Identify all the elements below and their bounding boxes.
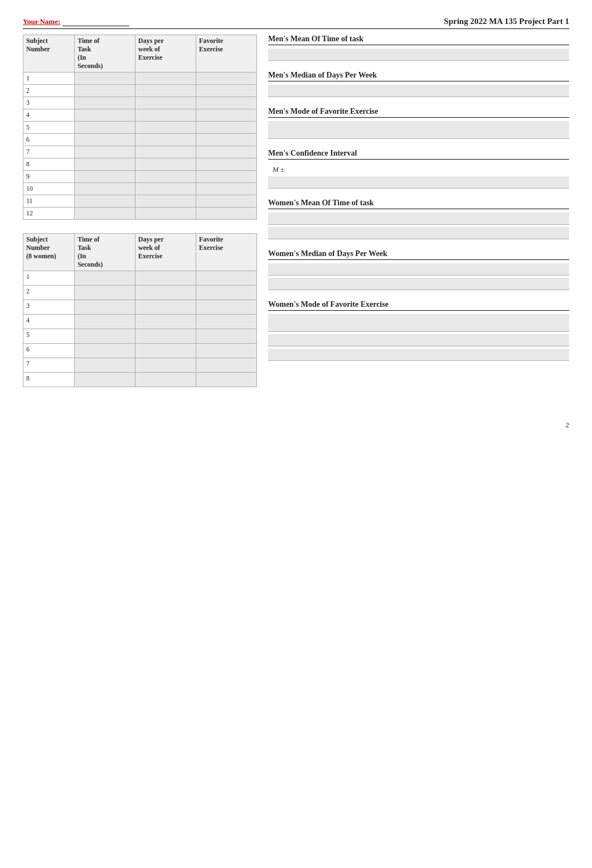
women-subject-number[interactable]: 3 (23, 300, 75, 315)
men-data-cell[interactable] (196, 109, 257, 122)
women-table-row: 4 (23, 315, 257, 329)
men-data-cell[interactable] (135, 134, 196, 146)
women-subject-number[interactable]: 2 (23, 286, 75, 300)
women-data-cell[interactable] (75, 315, 135, 329)
men-subject-number[interactable]: 1 (23, 73, 75, 85)
women-data-cell[interactable] (135, 300, 196, 315)
women-data-cell[interactable] (75, 271, 135, 286)
women-data-cell[interactable] (196, 329, 257, 344)
men-data-cell[interactable] (135, 208, 196, 220)
men-subject-number[interactable]: 11 (23, 195, 75, 208)
men-data-cell[interactable] (75, 183, 135, 195)
women-data-cell[interactable] (196, 315, 257, 329)
men-subject-number[interactable]: 3 (23, 97, 75, 109)
women-mean-answer[interactable] (268, 213, 569, 225)
men-data-cell[interactable] (75, 97, 135, 109)
women-data-cell[interactable] (135, 344, 196, 358)
women-mode-answer3[interactable] (268, 349, 569, 361)
women-data-cell[interactable] (75, 373, 135, 387)
men-table-row: 8 (23, 158, 257, 171)
men-data-cell[interactable] (75, 85, 135, 97)
men-data-cell[interactable] (135, 85, 196, 97)
men-data-cell[interactable] (135, 171, 196, 183)
men-subject-number[interactable]: 8 (23, 158, 75, 171)
women-data-cell[interactable] (75, 286, 135, 300)
men-data-cell[interactable] (196, 195, 257, 208)
men-data-cell[interactable] (135, 73, 196, 85)
men-data-cell[interactable] (196, 122, 257, 134)
men-data-cell[interactable] (135, 195, 196, 208)
women-median-answer[interactable] (268, 263, 569, 276)
women-data-cell[interactable] (135, 286, 196, 300)
men-data-cell[interactable] (75, 109, 135, 122)
men-data-cell[interactable] (196, 146, 257, 158)
men-subject-number[interactable]: 4 (23, 109, 75, 122)
women-mean-answer2[interactable] (268, 227, 569, 239)
women-data-cell[interactable] (135, 271, 196, 286)
men-data-cell[interactable] (75, 146, 135, 158)
men-ci-answer[interactable] (268, 176, 569, 189)
women-subject-number[interactable]: 7 (23, 358, 75, 373)
men-data-cell[interactable] (196, 97, 257, 109)
men-subject-number[interactable]: 7 (23, 146, 75, 158)
women-subject-number[interactable]: 6 (23, 344, 75, 358)
women-subject-number[interactable]: 8 (23, 373, 75, 387)
men-subject-number[interactable]: 2 (23, 85, 75, 97)
women-data-cell[interactable] (75, 300, 135, 315)
men-subject-number[interactable]: 9 (23, 171, 75, 183)
men-data-cell[interactable] (196, 208, 257, 220)
women-median-answer2[interactable] (268, 278, 569, 290)
men-data-cell[interactable] (75, 171, 135, 183)
women-data-cell[interactable] (75, 329, 135, 344)
men-mean-answer[interactable] (268, 49, 569, 61)
men-data-cell[interactable] (135, 183, 196, 195)
men-data-cell[interactable] (75, 208, 135, 220)
women-subject-number[interactable]: 4 (23, 315, 75, 329)
men-data-cell[interactable] (135, 109, 196, 122)
men-data-cell[interactable] (196, 171, 257, 183)
men-data-cell[interactable] (75, 122, 135, 134)
men-median-answer[interactable] (268, 85, 569, 97)
women-data-cell[interactable] (196, 358, 257, 373)
women-subject-number[interactable]: 5 (23, 329, 75, 344)
women-mean-title: Women's Mean Of Time of task (268, 199, 569, 209)
women-data-cell[interactable] (75, 344, 135, 358)
women-mode-answer[interactable] (268, 314, 569, 332)
men-data-cell[interactable] (135, 158, 196, 171)
men-data-cell[interactable] (135, 97, 196, 109)
women-data-cell[interactable] (135, 358, 196, 373)
men-data-cell[interactable] (196, 183, 257, 195)
women-data-cell[interactable] (196, 300, 257, 315)
women-subject-number[interactable]: 1 (23, 271, 75, 286)
name-input-line[interactable] (62, 18, 129, 26)
page-number: 2 (23, 421, 569, 430)
women-data-cell[interactable] (196, 344, 257, 358)
men-data-cell[interactable] (196, 73, 257, 85)
men-data-cell[interactable] (196, 85, 257, 97)
men-data-cell[interactable] (75, 195, 135, 208)
men-mode-section: Men's Mode of Favorite Exercise (268, 107, 569, 139)
women-data-cell[interactable] (75, 358, 135, 373)
men-subject-number[interactable]: 5 (23, 122, 75, 134)
men-table-row: 6 (23, 134, 257, 146)
main-layout: SubjectNumber Time ofTask(InSeconds) Day… (23, 35, 569, 387)
men-subject-number[interactable]: 6 (23, 134, 75, 146)
men-subject-number[interactable]: 10 (23, 183, 75, 195)
men-data-cell[interactable] (135, 122, 196, 134)
women-data-cell[interactable] (135, 315, 196, 329)
men-data-cell[interactable] (196, 158, 257, 171)
men-data-cell[interactable] (75, 134, 135, 146)
women-data-cell[interactable] (196, 286, 257, 300)
women-data-cell[interactable] (135, 373, 196, 387)
women-data-cell[interactable] (135, 329, 196, 344)
women-table-row: 8 (23, 373, 257, 387)
men-mode-answer[interactable] (268, 121, 569, 139)
women-mode-answer2[interactable] (268, 334, 569, 346)
women-data-cell[interactable] (196, 271, 257, 286)
men-data-cell[interactable] (196, 134, 257, 146)
men-data-cell[interactable] (75, 73, 135, 85)
men-data-cell[interactable] (75, 158, 135, 171)
women-data-cell[interactable] (196, 373, 257, 387)
men-subject-number[interactable]: 12 (23, 208, 75, 220)
men-data-cell[interactable] (135, 146, 196, 158)
